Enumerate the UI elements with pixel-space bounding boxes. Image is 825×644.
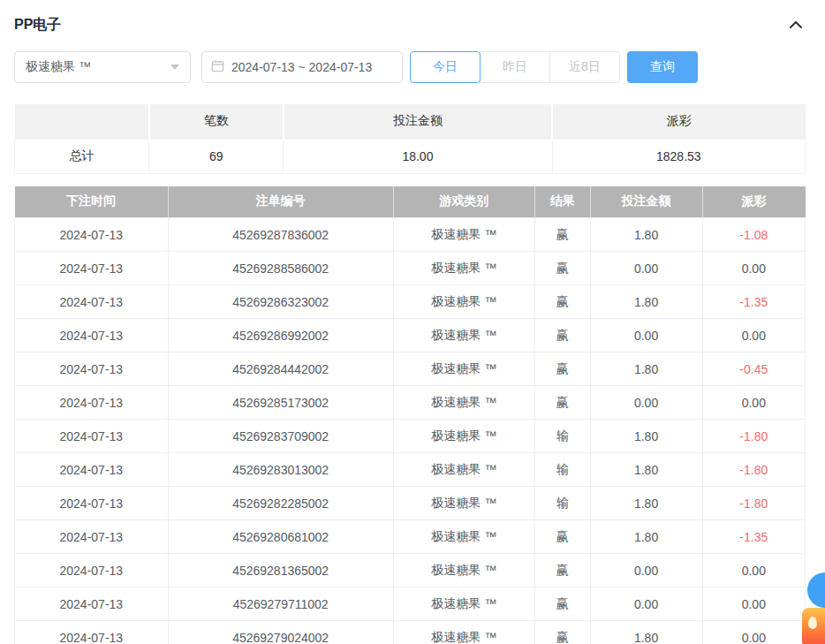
bet-time-cell: 2024-07-13	[15, 554, 169, 587]
bet-time-cell: 2024-07-13	[15, 218, 169, 252]
date-range-value: 2024-07-13 ~ 2024-07-13	[231, 60, 372, 74]
table-row: 2024-07-1345269285173002极速糖果 ™赢0.000.00	[15, 386, 806, 420]
page-title: PP电子	[14, 16, 61, 34]
report-panel: PP电子 极速糖果 ™ 2024-07-13 ~ 2024-07-13 今日 昨…	[0, 0, 825, 644]
order-id-cell: 45269283013002	[168, 453, 393, 487]
summary-header-count: 笔数	[149, 104, 284, 139]
order-id-cell: 45269286992002	[168, 319, 393, 352]
bet-time-cell: 2024-07-13	[15, 319, 169, 352]
bet-time-cell: 2024-07-13	[15, 386, 169, 420]
result-cell: 赢	[534, 252, 590, 285]
result-cell: 赢	[534, 352, 590, 386]
bet-time-cell: 2024-07-13	[15, 352, 169, 386]
payout-cell: 0.00	[702, 554, 805, 587]
table-row: 2024-07-1345269284442002极速糖果 ™赢1.80-0.45	[15, 352, 806, 386]
header-payout: 派彩	[702, 186, 805, 218]
order-id-cell: 45269280681002	[168, 520, 393, 554]
bet-time-cell: 2024-07-13	[15, 621, 169, 644]
game-select[interactable]: 极速糖果 ™	[14, 51, 191, 83]
bet-amount-cell: 0.00	[590, 554, 702, 587]
table-row: 2024-07-1345269279711002极速糖果 ™赢0.000.00	[15, 587, 806, 621]
game-type-cell: 极速糖果 ™	[393, 386, 534, 420]
order-id-cell: 45269283709002	[168, 420, 393, 453]
result-cell: 赢	[534, 218, 590, 252]
payout-cell: -1.35	[702, 285, 805, 319]
result-cell: 赢	[534, 587, 590, 621]
last-8-days-button[interactable]: 近8日	[549, 51, 620, 83]
bet-time-cell: 2024-07-13	[15, 420, 169, 453]
summary-header-blank	[15, 104, 149, 139]
order-id-cell: 45269284442002	[168, 352, 393, 386]
order-id-cell: 45269281365002	[168, 554, 393, 587]
search-button[interactable]: 查询	[627, 51, 698, 83]
order-id-cell: 45269286323002	[168, 285, 393, 319]
bet-amount-cell: 1.80	[590, 487, 702, 520]
result-cell: 赢	[534, 520, 590, 554]
bet-amount-cell: 1.80	[590, 352, 702, 386]
bet-amount-cell: 0.00	[590, 386, 702, 420]
order-id-cell: 45269279024002	[168, 621, 393, 644]
game-type-cell: 极速糖果 ™	[393, 554, 534, 587]
filter-bar: 极速糖果 ™ 2024-07-13 ~ 2024-07-13 今日 昨日 近8日…	[14, 51, 806, 83]
bet-table-header-row: 下注时间 注单编号 游戏类别 结果 投注金额 派彩	[15, 186, 806, 218]
table-row: 2024-07-1345269279024002极速糖果 ™赢1.800.00	[15, 621, 806, 644]
bet-time-cell: 2024-07-13	[15, 587, 169, 621]
yesterday-button[interactable]: 昨日	[480, 51, 550, 83]
table-row: 2024-07-1345269281365002极速糖果 ™赢0.000.00	[15, 554, 806, 587]
header-game-type: 游戏类别	[393, 186, 534, 218]
bet-amount-cell: 1.80	[590, 218, 702, 252]
header-bet-time: 下注时间	[15, 186, 169, 218]
game-type-cell: 极速糖果 ™	[393, 252, 534, 285]
game-type-cell: 极速糖果 ™	[393, 487, 534, 520]
bet-table-body: 2024-07-1345269287836002极速糖果 ™赢1.80-1.08…	[15, 218, 806, 644]
bet-time-cell: 2024-07-13	[15, 453, 169, 487]
summary-total-bet-amount: 18.00	[284, 139, 552, 173]
header-order-id: 注单编号	[168, 186, 393, 218]
summary-header-bet-amount: 投注金额	[284, 104, 552, 139]
game-type-cell: 极速糖果 ™	[393, 520, 534, 554]
panel-header: PP电子	[14, 11, 806, 39]
bet-amount-cell: 1.80	[590, 453, 702, 487]
table-row: 2024-07-1345269280681002极速糖果 ™赢1.80-1.35	[15, 520, 806, 554]
payout-cell: -1.80	[702, 487, 805, 520]
summary-total-payout: 1828.53	[552, 139, 805, 173]
game-select-value: 极速糖果 ™	[26, 59, 91, 75]
today-button[interactable]: 今日	[410, 51, 481, 83]
game-type-cell: 极速糖果 ™	[393, 319, 534, 352]
table-row: 2024-07-1345269282285002极速糖果 ™输1.80-1.80	[15, 487, 806, 520]
header-result: 结果	[534, 186, 590, 218]
date-range-picker[interactable]: 2024-07-13 ~ 2024-07-13	[201, 51, 403, 83]
game-type-cell: 极速糖果 ™	[393, 420, 534, 453]
chevron-up-icon	[788, 20, 804, 34]
bet-amount-cell: 0.00	[590, 587, 702, 621]
game-type-cell: 极速糖果 ™	[393, 285, 534, 319]
result-cell: 赢	[534, 319, 590, 352]
order-id-cell: 45269288586002	[168, 252, 393, 285]
bet-amount-cell: 0.00	[590, 319, 702, 352]
result-cell: 赢	[534, 386, 590, 420]
payout-cell: 0.00	[702, 587, 805, 621]
result-cell: 输	[534, 487, 590, 520]
payout-cell: 0.00	[702, 621, 805, 644]
bet-records-table: 下注时间 注单编号 游戏类别 结果 投注金额 派彩 2024-07-134526…	[14, 186, 806, 644]
game-type-cell: 极速糖果 ™	[393, 587, 534, 621]
table-row: 2024-07-1345269286323002极速糖果 ™赢1.80-1.35	[15, 285, 806, 319]
bet-amount-cell: 1.80	[590, 285, 702, 319]
order-id-cell: 45269287836002	[168, 218, 393, 252]
summary-total-count: 69	[149, 139, 284, 173]
floating-service-icon[interactable]	[802, 608, 825, 644]
payout-cell: -1.80	[702, 420, 805, 453]
game-type-cell: 极速糖果 ™	[393, 621, 534, 644]
payout-cell: -1.80	[702, 453, 805, 487]
table-row: 2024-07-1345269283709002极速糖果 ™输1.80-1.80	[15, 420, 806, 453]
bet-time-cell: 2024-07-13	[15, 487, 169, 520]
summary-header-payout: 派彩	[552, 104, 805, 139]
result-cell: 输	[534, 420, 590, 453]
payout-cell: -1.35	[702, 520, 805, 554]
bet-amount-cell: 1.80	[590, 621, 702, 644]
collapse-panel-button[interactable]	[786, 17, 806, 33]
payout-cell: 0.00	[702, 252, 805, 285]
summary-total-row: 总计 69 18.00 1828.53	[15, 139, 806, 173]
table-row: 2024-07-1345269286992002极速糖果 ™赢0.000.00	[15, 319, 806, 352]
result-cell: 赢	[534, 285, 590, 319]
